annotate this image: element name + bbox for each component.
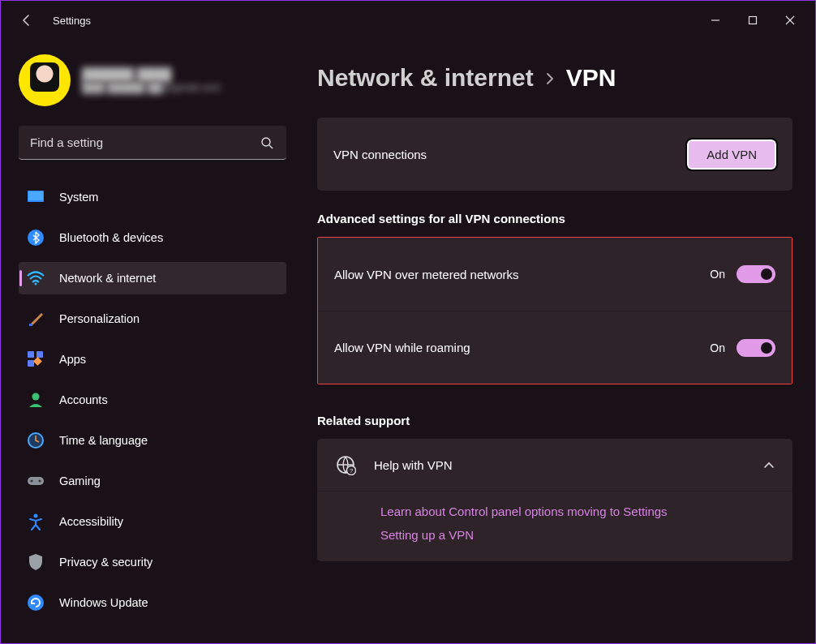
svg-point-2	[262, 138, 270, 146]
toggle-roaming[interactable]	[737, 339, 775, 357]
related-heading: Related support	[317, 414, 792, 427]
sidebar-item-label: Personalization	[59, 312, 140, 325]
sidebar-item-label: System	[59, 191, 98, 204]
sidebar-item-time[interactable]: Time & language	[19, 424, 286, 457]
wifi-icon	[27, 269, 45, 287]
maximize-button[interactable]	[734, 7, 771, 33]
sidebar-item-accessibility[interactable]: Accessibility	[19, 505, 286, 538]
sidebar-item-network[interactable]: Network & internet	[19, 262, 286, 294]
bluetooth-icon	[27, 229, 45, 247]
svg-rect-14	[28, 477, 44, 485]
svg-rect-10	[37, 351, 43, 358]
toggle-state: On	[710, 268, 725, 281]
sidebar-item-personalization[interactable]: Personalization	[19, 303, 286, 335]
update-icon	[27, 594, 45, 612]
svg-line-3	[269, 145, 273, 148]
sidebar-item-label: Accounts	[59, 393, 108, 406]
gamepad-icon	[27, 472, 45, 490]
svg-rect-11	[28, 360, 34, 367]
sidebar-item-gaming[interactable]: Gaming	[19, 465, 286, 497]
sidebar-item-label: Bluetooth & devices	[59, 231, 163, 244]
svg-point-16	[39, 480, 41, 483]
sidebar-item-system[interactable]: System	[19, 181, 286, 213]
advanced-heading: Advanced settings for all VPN connection…	[317, 212, 792, 225]
sidebar: ██████ ████ ███.█████.██@gmail.com Syste…	[1, 40, 301, 643]
person-icon	[27, 391, 45, 409]
svg-point-12	[32, 393, 40, 401]
toggle-state: On	[710, 341, 725, 354]
profile-name: ██████ ████	[82, 67, 221, 81]
link-setup-vpn[interactable]: Setting up a VPN	[380, 528, 792, 542]
nav-list: System Bluetooth & devices Network & int…	[19, 181, 286, 619]
profile-block[interactable]: ██████ ████ ███.█████.██@gmail.com	[19, 54, 286, 106]
breadcrumb-parent[interactable]: Network & internet	[317, 64, 534, 92]
related-support-card: ? Help with VPN Learn about Control pane…	[317, 439, 792, 561]
accessibility-icon	[27, 513, 45, 530]
setting-row-roaming: Allow VPN while roaming On	[318, 311, 792, 384]
sidebar-item-privacy[interactable]: Privacy & security	[19, 546, 286, 578]
window-controls	[697, 7, 809, 33]
vpn-connections-label: VPN connections	[333, 148, 427, 161]
system-icon	[27, 188, 45, 206]
svg-text:?: ?	[350, 467, 354, 474]
avatar	[19, 54, 71, 106]
shield-icon	[27, 553, 45, 571]
paintbrush-icon	[27, 310, 45, 328]
svg-rect-8	[29, 324, 32, 326]
sidebar-item-update[interactable]: Windows Update	[19, 586, 286, 619]
titlebar: Settings	[1, 1, 815, 40]
svg-point-15	[31, 480, 33, 483]
svg-point-18	[28, 595, 44, 611]
sidebar-item-label: Accessibility	[59, 515, 123, 528]
sidebar-item-accounts[interactable]: Accounts	[19, 384, 286, 416]
svg-rect-9	[28, 351, 34, 358]
setting-label: Allow VPN while roaming	[334, 341, 470, 354]
advanced-settings-group: Allow VPN over metered networks On Allow…	[317, 237, 792, 384]
svg-rect-1	[749, 17, 757, 24]
minimize-button[interactable]	[697, 7, 734, 33]
sidebar-item-label: Gaming	[59, 474, 101, 487]
apps-icon	[27, 350, 45, 368]
sidebar-item-label: Network & internet	[59, 272, 156, 285]
link-control-panel[interactable]: Learn about Control panel options moving…	[380, 504, 792, 518]
globe-help-icon: ?	[335, 454, 356, 475]
chevron-right-icon	[545, 73, 555, 84]
sidebar-item-label: Windows Update	[59, 596, 148, 609]
search-input[interactable]	[19, 126, 286, 160]
close-button[interactable]	[771, 7, 809, 33]
toggle-metered[interactable]	[737, 265, 775, 283]
sidebar-item-label: Time & language	[59, 434, 148, 447]
setting-label: Allow VPN over metered networks	[334, 268, 519, 281]
sidebar-item-apps[interactable]: Apps	[19, 343, 286, 376]
profile-email: ███.█████.██@gmail.com	[82, 81, 221, 93]
add-vpn-button[interactable]: Add VPN	[687, 140, 776, 170]
clock-globe-icon	[27, 431, 45, 449]
main-panel: Network & internet VPN VPN connections A…	[301, 40, 815, 643]
back-button[interactable]	[14, 7, 40, 33]
chevron-up-icon	[763, 461, 775, 469]
svg-point-7	[35, 283, 37, 286]
svg-rect-5	[28, 191, 43, 200]
search-box	[19, 126, 286, 160]
vpn-connections-card: VPN connections Add VPN	[317, 118, 792, 191]
app-title: Settings	[53, 15, 91, 27]
sidebar-item-label: Privacy & security	[59, 556, 152, 569]
breadcrumb-current: VPN	[566, 64, 616, 92]
help-label: Help with VPN	[374, 458, 745, 472]
search-icon[interactable]	[254, 130, 280, 156]
sidebar-item-bluetooth[interactable]: Bluetooth & devices	[19, 221, 286, 254]
related-links: Learn about Control panel options moving…	[317, 491, 792, 561]
sidebar-item-label: Apps	[59, 353, 86, 366]
help-with-vpn-row[interactable]: ? Help with VPN	[317, 439, 792, 491]
breadcrumb: Network & internet VPN	[317, 64, 792, 92]
setting-row-metered: Allow VPN over metered networks On	[318, 238, 792, 311]
svg-point-17	[34, 514, 38, 518]
